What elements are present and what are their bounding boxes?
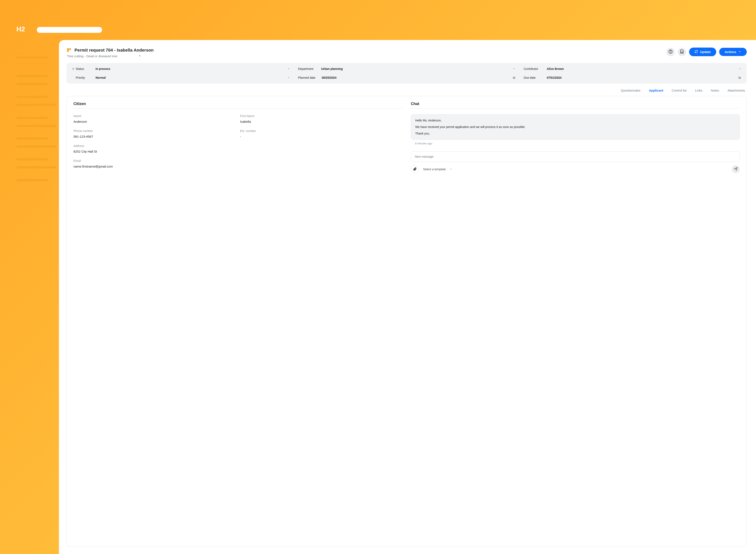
contributor-select[interactable]: Alice Brown xyxy=(547,67,741,70)
help-button[interactable] xyxy=(666,48,675,56)
bg-skeleton-line xyxy=(16,125,56,127)
update-button[interactable]: Update xyxy=(689,48,716,56)
bg-skeleton-group xyxy=(16,179,48,187)
actions-label: Actions xyxy=(724,50,736,54)
main-card: Permit request 704 - Isabella Anderson T… xyxy=(59,40,756,554)
meta-priority: Priority Normal xyxy=(72,76,290,79)
attach-button[interactable] xyxy=(411,165,419,173)
tab-applicant[interactable]: Applicant xyxy=(649,89,663,92)
svg-rect-1 xyxy=(69,48,69,51)
bg-skeleton-line xyxy=(16,75,48,77)
svg-rect-12 xyxy=(740,78,740,78)
tab-notes[interactable]: Notes xyxy=(711,89,719,92)
meta-status-label: Status xyxy=(72,67,89,70)
calendar-icon xyxy=(513,76,515,79)
bg-skeleton-line xyxy=(16,146,56,148)
chat-actions: Select a template xyxy=(411,165,740,173)
field-value: Isabella xyxy=(240,120,403,123)
page-title: Permit request 704 - Isabella Anderson xyxy=(74,48,154,53)
field-ext: Ext. number - xyxy=(240,129,403,138)
chevron-down-icon xyxy=(739,68,741,70)
bg-skeleton-line xyxy=(16,137,48,140)
help-icon xyxy=(668,50,673,54)
tab-questionnaire[interactable]: Questionnaire xyxy=(621,89,640,92)
meta-due-date: Due date 07/01/2024 xyxy=(524,76,741,79)
send-button[interactable] xyxy=(732,165,740,173)
actions-button[interactable]: Actions xyxy=(719,48,747,56)
template-select-label: Select a template xyxy=(423,168,446,171)
card-header: Permit request 704 - Isabella Anderson T… xyxy=(66,48,747,58)
field-phone: Phone number 581-123-4567 xyxy=(73,129,236,138)
field-label: First Name xyxy=(240,114,403,118)
meta-department: Department Urban planning xyxy=(298,67,515,70)
field-first-name: First Name Isabella xyxy=(240,114,403,123)
bg-separator xyxy=(16,53,59,53)
meta-priority-label: Priority xyxy=(72,76,89,79)
chevron-down-icon xyxy=(288,76,290,79)
field-row: Phone number 581-123-4567 Ext. number - xyxy=(73,129,402,138)
tabs-nav: Questionnaire Applicant Control list Lin… xyxy=(66,87,747,95)
field-label: Address xyxy=(73,144,402,148)
status-dot-icon xyxy=(72,68,74,70)
citizen-section: Citizen Name Anderson First Name Isabell… xyxy=(73,102,402,541)
tab-control-list[interactable]: Control list xyxy=(672,89,687,92)
planned-date-input[interactable]: 06/25/2024 xyxy=(322,76,515,79)
status-select[interactable]: In process xyxy=(96,67,290,70)
field-value: 581-123-4567 xyxy=(73,135,236,138)
permit-icon xyxy=(66,48,71,53)
bg-skeleton-line xyxy=(16,83,48,85)
header-actions: PDF Update Actions xyxy=(666,48,747,56)
refresh-icon xyxy=(695,50,698,54)
bg-skeleton-group xyxy=(16,75,48,91)
field-value: Anderson xyxy=(73,120,236,123)
title-row: Permit request 704 - Isabella Anderson xyxy=(66,48,154,53)
meta-contributor: Contributor Alice Brown xyxy=(524,67,741,70)
bg-skeleton-group xyxy=(16,117,56,133)
subtitle-text: Tree cutting - Dead or diseased tree xyxy=(67,54,117,58)
pdf-icon: PDF xyxy=(680,50,684,54)
template-select[interactable]: Select a template xyxy=(423,168,452,171)
department-select[interactable]: Urban planning xyxy=(321,67,515,70)
chat-message-line: We have received your permit application… xyxy=(415,125,735,129)
field-value: - xyxy=(240,135,403,138)
field-value: name.firstname@gmail.com xyxy=(73,165,402,168)
due-date-input[interactable]: 07/01/2024 xyxy=(547,76,741,79)
chat-title: Chat xyxy=(411,102,740,106)
priority-select[interactable]: Normal xyxy=(96,76,290,79)
svg-rect-2 xyxy=(70,48,71,50)
chat-timestamp: 8 minutes ago xyxy=(415,142,740,145)
field-row: Name Anderson First Name Isabella xyxy=(73,114,402,123)
tab-links[interactable]: Links xyxy=(695,89,702,92)
subtitle-dropdown[interactable]: Tree cutting - Dead or diseased tree xyxy=(66,54,154,58)
meta-status: Status In process xyxy=(72,67,290,70)
bg-skeleton-line xyxy=(16,179,48,181)
header-left: Permit request 704 - Isabella Anderson T… xyxy=(66,48,154,58)
bg-skeleton-group xyxy=(16,137,56,154)
field-value: 8252 City Hall St xyxy=(73,150,402,153)
svg-text:PDF: PDF xyxy=(681,52,683,53)
calendar-icon xyxy=(738,76,741,79)
field-email: Email name.firstname@gmail.com xyxy=(73,159,402,168)
pdf-export-button[interactable]: PDF xyxy=(678,48,686,56)
bg-skeleton-line xyxy=(16,96,48,98)
tab-attachments[interactable]: Attachments xyxy=(728,89,745,92)
bg-pill-placeholder xyxy=(37,27,102,33)
field-label: Phone number xyxy=(73,129,236,132)
svg-rect-9 xyxy=(514,78,515,78)
bg-skeleton-group xyxy=(16,96,56,112)
svg-point-4 xyxy=(671,53,671,53)
bg-skeleton-line xyxy=(16,56,48,58)
chevron-down-icon xyxy=(513,68,515,70)
svg-rect-0 xyxy=(67,48,69,52)
send-icon xyxy=(734,167,738,172)
meta-department-label: Department xyxy=(298,67,315,70)
bg-skeleton-group xyxy=(16,56,48,64)
field-row: Address 8252 City Hall St xyxy=(73,144,402,153)
message-input[interactable] xyxy=(411,151,740,162)
field-row: Email name.firstname@gmail.com xyxy=(73,159,402,168)
bg-skeleton-group xyxy=(16,158,56,174)
field-name: Name Anderson xyxy=(73,114,236,123)
meta-due-date-label: Due date xyxy=(524,76,540,79)
bg-heading-label: H2 xyxy=(16,25,25,33)
bg-skeleton-line xyxy=(16,158,48,160)
